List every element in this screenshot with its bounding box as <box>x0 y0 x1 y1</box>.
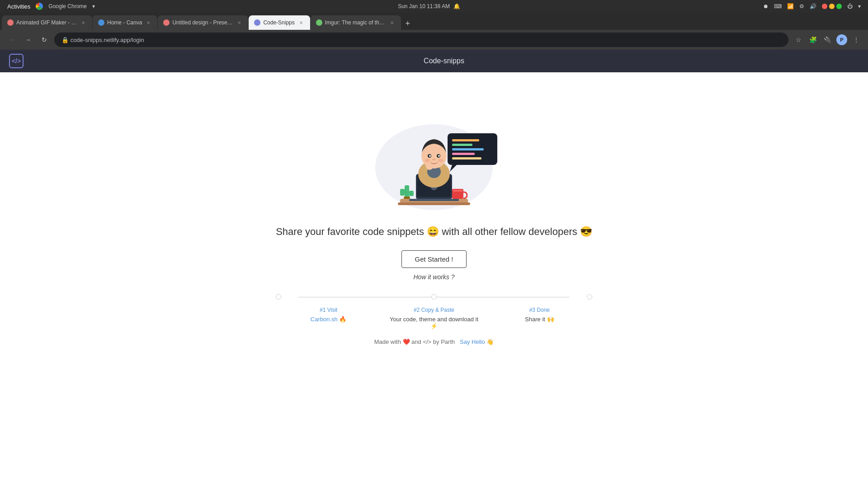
app-title: Code-snipps <box>29 57 859 65</box>
os-browser-label: Google Chrome <box>48 3 87 9</box>
footer-say-hello-link[interactable]: Say Hello 👋 <box>460 338 494 345</box>
os-bar: Activities Google Chrome ▾ Sun Jan 10 11… <box>0 0 868 13</box>
footer-text: Made with ❤️ and </> by Parth <box>374 338 455 345</box>
step-dot-1 <box>276 294 281 300</box>
pupil-right <box>438 155 440 157</box>
toolbar-right: ☆ 🧩 🔌 P ⋮ <box>792 33 863 46</box>
step-3-desc: Share it 🙌 <box>491 316 588 323</box>
steps-container: #1 Visit Carbon.sh 🔥 #2 Copy & Paste You… <box>276 294 592 329</box>
settings-icon[interactable]: ⚙ <box>799 3 804 9</box>
step-3: #3 Done Share it 🙌 <box>487 307 592 329</box>
tab-favicon-5 <box>316 19 322 26</box>
desk-edge <box>398 202 470 205</box>
chrome-window: Animated GIF Maker - Make G... ✕ Home - … <box>0 13 868 50</box>
hero-illustration: ⌘ <box>355 86 513 217</box>
cactus-arm-left <box>400 189 405 196</box>
step-1-desc: Carbon.sh 🔥 <box>280 316 377 323</box>
step-dot-2 <box>431 294 437 300</box>
extensions-icon[interactable]: 🧩 <box>807 33 819 46</box>
step-3-number: #3 Done <box>491 307 588 313</box>
steps-content: #1 Visit Carbon.sh 🔥 #2 Copy & Paste You… <box>276 307 592 329</box>
close-traffic-light[interactable] <box>822 4 827 9</box>
os-bar-right: ⏺ ⌨ 📶 ⚙ 🔊 ⏻ ▾ <box>763 3 861 9</box>
network-icon[interactable]: 📶 <box>787 3 794 9</box>
tab-imgur[interactable]: Imgur: The magic of the Inter... ✕ <box>311 15 401 30</box>
main-content: ⌘ <box>0 72 868 488</box>
new-tab-button[interactable]: + <box>401 17 414 30</box>
back-button[interactable]: ← <box>5 33 18 46</box>
tab-close-1[interactable]: ✕ <box>80 19 87 26</box>
laptop-base <box>409 199 459 201</box>
notification-icon: 🔔 <box>453 3 460 9</box>
hero-tagline: Share your favorite code snippets 😄 with… <box>276 226 592 238</box>
get-started-button[interactable]: Get Started ! <box>401 250 466 268</box>
os-bar-left: Activities Google Chrome ▾ <box>7 3 95 10</box>
tab-title-1: Animated GIF Maker - Make G... <box>16 19 77 26</box>
tab-title-3: Untitled design - Presentatio... <box>172 19 233 26</box>
tab-title-5: Imgur: The magic of the Inter... <box>325 19 386 26</box>
tab-animated-gif[interactable]: Animated GIF Maker - Make G... ✕ <box>2 15 92 30</box>
cactus-arm-right <box>409 191 414 196</box>
logo-text: </> <box>12 57 21 65</box>
finger <box>428 163 430 166</box>
code-line-3 <box>452 148 484 150</box>
tab-favicon-4 <box>254 19 260 26</box>
tab-bar: Animated GIF Maker - Make G... ✕ Home - … <box>0 13 868 30</box>
code-line-4 <box>452 153 475 155</box>
steps-dots <box>276 294 592 300</box>
tab-close-5[interactable]: ✕ <box>388 19 396 26</box>
arrow-icon[interactable]: ▾ <box>858 3 861 9</box>
forward-button[interactable]: → <box>22 33 34 46</box>
os-activities-label[interactable]: Activities <box>7 3 30 10</box>
cactus-pot <box>404 197 410 199</box>
cheek-left <box>425 159 430 162</box>
tab-close-4[interactable]: ✕ <box>297 19 305 26</box>
step-2: #2 Copy & Paste Your code, theme and dow… <box>381 307 486 329</box>
app-header: </> Code-snipps <box>0 50 868 72</box>
minimize-traffic-light[interactable] <box>829 4 835 9</box>
os-bar-center: Sun Jan 10 11:38 AM 🔔 <box>398 3 460 9</box>
profile-avatar: P <box>836 34 847 45</box>
reload-button[interactable]: ↻ <box>38 33 51 46</box>
more-button[interactable]: ⋮ <box>850 33 863 46</box>
record-icon[interactable]: ⏺ <box>763 3 769 9</box>
how-it-works-label: How it works ? <box>413 273 454 281</box>
tab-favicon-2 <box>98 19 104 26</box>
step-1: #1 Visit Carbon.sh 🔥 <box>276 307 381 329</box>
tab-title-2: Home - Canva <box>107 19 142 26</box>
tab-favicon-1 <box>7 19 14 26</box>
address-url: 🔒 code-snipps.netlify.app/login <box>61 37 144 43</box>
power-icon[interactable]: ⏻ <box>847 3 853 9</box>
tab-favicon-3 <box>163 19 170 26</box>
tab-close-3[interactable]: ✕ <box>236 19 243 26</box>
keyboard-icon[interactable]: ⌨ <box>774 3 782 9</box>
code-line-1 <box>452 139 479 141</box>
tab-close-2[interactable]: ✕ <box>145 19 152 26</box>
pupil-left <box>429 155 431 157</box>
footer: Made with ❤️ and </> by Parth Say Hello … <box>374 338 494 345</box>
chrome-os-icon <box>36 3 43 10</box>
os-datetime: Sun Jan 10 11:38 AM <box>398 3 450 9</box>
app-logo: </> <box>9 54 24 68</box>
step-1-number: #1 Visit <box>280 307 377 313</box>
maximize-traffic-light[interactable] <box>836 4 842 9</box>
tab-canva[interactable]: Home - Canva ✕ <box>93 15 157 30</box>
tab-title-4: Code-Snipps <box>263 19 294 26</box>
bookmark-icon[interactable]: ☆ <box>792 33 805 46</box>
tab-code-snipps[interactable]: Code-Snipps ✕ <box>249 15 310 30</box>
address-input[interactable]: 🔒 code-snipps.netlify.app/login <box>54 33 788 47</box>
code-line-2 <box>452 144 472 146</box>
illustration-container: ⌘ <box>355 86 513 217</box>
profile-button[interactable]: P <box>835 33 848 46</box>
mug-highlight <box>453 190 462 192</box>
nose <box>433 159 435 160</box>
code-line-5 <box>452 157 481 160</box>
cheek-right <box>438 159 443 162</box>
address-bar: ← → ↻ 🔒 code-snipps.netlify.app/login ☆ … <box>0 30 868 50</box>
tab-untitled-design[interactable]: Untitled design - Presentatio... ✕ <box>158 15 248 30</box>
step-dot-3 <box>587 294 592 300</box>
step-2-number: #2 Copy & Paste <box>386 307 482 313</box>
carbon-sh-link[interactable]: Carbon.sh 🔥 <box>311 316 347 323</box>
volume-icon[interactable]: 🔊 <box>810 3 816 9</box>
extension-icon-2[interactable]: 🔌 <box>821 33 834 46</box>
